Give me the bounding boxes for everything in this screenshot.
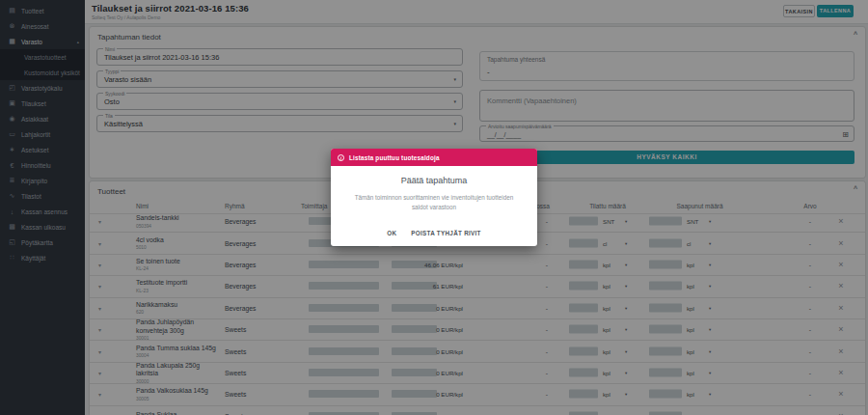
remove-empty-rows-button[interactable]: POISTA TYHJÄT RIVIT (411, 230, 481, 236)
dialog-title: Päätä tapahtuma (331, 176, 537, 185)
dialog-actions: OK POISTA TYHJÄT RIVIT (331, 230, 537, 236)
dialog-body-text: Tämän toiminnon suorittaminen vie invent… (347, 193, 521, 212)
missing-balances-alert: i Listasta puuttuu tuotesaldoja (331, 149, 537, 166)
alert-text: Listasta puuttuu tuotesaldoja (349, 154, 440, 161)
finish-event-dialog: i Listasta puuttuu tuotesaldoja Päätä ta… (331, 149, 537, 246)
ok-button[interactable]: OK (387, 230, 396, 236)
info-icon: i (338, 154, 344, 161)
app-root: ▤ Tuotteet ⊗ Ainesosat ▦ Varasto ▴ Varas… (0, 0, 868, 415)
